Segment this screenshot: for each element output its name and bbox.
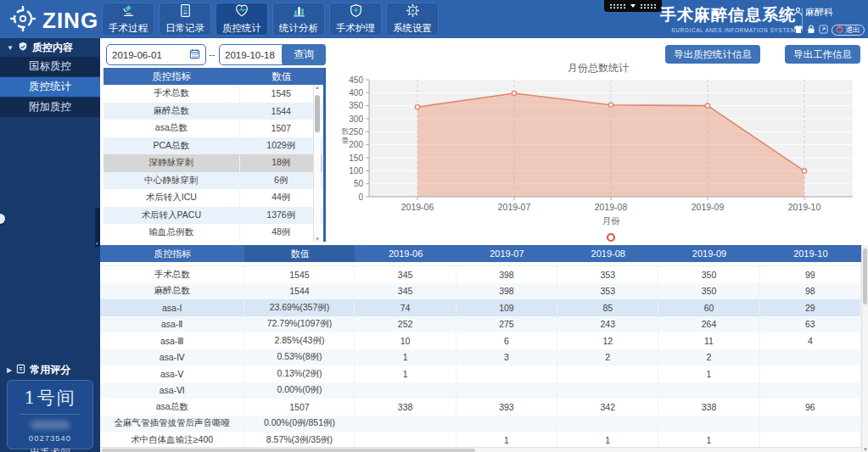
indicator-cell: 中心静脉穿刺 xyxy=(104,172,240,190)
table-row[interactable]: 手术总数154534539835335099 xyxy=(100,266,861,283)
table-row[interactable]: 输血总例数48例 xyxy=(104,224,323,242)
sidebar-section-scores[interactable]: ▶ 常用评分 xyxy=(0,360,100,379)
indicator-cell: 输血总例数 xyxy=(104,224,240,242)
scroll-down-icon[interactable]: ▼ xyxy=(315,237,320,242)
bottom-table-horizontal-scrollbar[interactable] xyxy=(100,447,861,452)
indicator-cell: 深静脉穿刺 xyxy=(104,154,240,172)
table-row[interactable]: asa-I23.69%(357例) xyxy=(104,242,323,243)
table-row[interactable]: 全麻气管插管拔管后声音嘶哑0.00%(0例/851例) xyxy=(100,416,861,432)
indicator-cell: 手术总数 xyxy=(100,266,244,283)
table-row[interactable]: asa总数150733839334233896 xyxy=(100,399,861,416)
svg-text:2019-08: 2019-08 xyxy=(595,202,628,212)
scrollbar-thumb[interactable] xyxy=(863,248,867,304)
column-header[interactable]: 2019-09 xyxy=(658,245,759,262)
column-header-indicator[interactable]: 质控指标 xyxy=(104,68,240,85)
sidebar-scrollbar[interactable]: ▾ xyxy=(95,208,100,247)
value-cell: 98 xyxy=(760,283,861,300)
scrollbar-thumb[interactable] xyxy=(315,95,320,132)
logo-text: ZING xyxy=(42,8,98,34)
scroll-down-icon[interactable]: ▼ xyxy=(863,447,868,452)
table-row[interactable]: asa-I23.69%(357例)74109856029 xyxy=(100,299,861,316)
table-row[interactable]: 麻醉总数154434539835335098 xyxy=(100,283,861,300)
column-header[interactable]: 2019-08 xyxy=(557,245,658,262)
indicator-cell: asa-Ⅵ xyxy=(100,382,244,399)
table-row[interactable]: 术中自体血输注≥4008.57%(3例/35例)111 xyxy=(100,432,861,449)
bar-chart-icon xyxy=(292,3,306,21)
dock-handle[interactable] xyxy=(604,0,662,12)
date-from-input[interactable]: 2019-06-01 xyxy=(106,44,206,65)
nav-daily-records[interactable]: 日常记录 xyxy=(159,3,211,36)
value-cell xyxy=(760,416,861,432)
value-cell: 275 xyxy=(456,316,557,333)
lock-icon[interactable] xyxy=(807,22,815,37)
sidebar-item-additional-qc[interactable]: 附加质控 xyxy=(0,98,100,117)
left-table-scrollbar[interactable]: ▲ ▼ xyxy=(313,85,321,242)
table-row[interactable]: asa总数1507 xyxy=(104,120,323,137)
shirt-icon[interactable] xyxy=(793,22,804,37)
panel-collapse-handle[interactable] xyxy=(0,214,5,224)
svg-text:数: 数 xyxy=(342,127,350,136)
table-row[interactable]: asa-Ⅳ0.53%(8例)1322 xyxy=(100,349,861,366)
table-row[interactable]: 中心静脉穿刺6例 xyxy=(104,172,323,190)
nav-qc-statistics[interactable]: 质控统计 xyxy=(216,3,268,36)
indicator-cell: asa-Ⅲ xyxy=(100,332,244,349)
logout-button[interactable]: 退出 xyxy=(832,25,865,36)
nav-statistical-analysis[interactable]: 统计分析 xyxy=(272,3,325,36)
scrollbar-thumb[interactable] xyxy=(102,449,475,452)
table-row[interactable]: 术后转入ICU44例 xyxy=(104,189,323,207)
column-header[interactable]: 2019-07 xyxy=(456,245,557,262)
date-range-separator: -- xyxy=(209,49,215,59)
value-cell: 1507 xyxy=(244,399,355,416)
value-cell: 1 xyxy=(658,432,759,449)
qc-left-table-body: 手术总数1545麻醉总数1544asa总数1507PCA总数1029例深静脉穿刺… xyxy=(104,85,323,242)
table-row[interactable]: asa-Ⅲ2.85%(43例)10612114 xyxy=(100,332,861,349)
value-cell: 74 xyxy=(355,299,456,316)
indicator-cell: 全麻气管插管拔管后声音嘶哑 xyxy=(100,416,244,432)
room-card[interactable]: 1号间 00273540 出手术间 xyxy=(7,380,93,449)
table-row[interactable]: 手术总数1545 xyxy=(104,85,323,103)
table-row[interactable]: asa-Ⅵ0.00%(0例) xyxy=(100,382,861,399)
column-header[interactable]: 2019-10 xyxy=(760,245,861,262)
table-row[interactable]: asa-Ⅴ0.13%(2例)11 xyxy=(100,366,861,382)
sidebar-item-qc-statistics[interactable]: 质控统计 xyxy=(0,77,100,97)
sidebar-item-national-qc[interactable]: 国标质控 xyxy=(0,57,100,76)
table-row[interactable]: PCA总数1029例 xyxy=(104,137,323,155)
heart-pulse-icon xyxy=(234,3,249,21)
svg-text:400: 400 xyxy=(349,88,363,98)
bottom-table-vertical-scrollbar[interactable]: ▼ xyxy=(861,245,868,452)
column-header[interactable]: 数值 xyxy=(244,245,355,262)
column-header-value[interactable]: 数值 xyxy=(240,68,323,85)
nav-label: 手术过程 xyxy=(109,22,148,35)
value-cell xyxy=(355,432,456,449)
value-cell: 345 xyxy=(355,266,456,283)
table-row[interactable]: 深静脉穿刺18例 xyxy=(104,154,323,172)
value-cell xyxy=(658,382,759,399)
fullscreen-icon[interactable] xyxy=(819,22,828,37)
column-header[interactable]: 质控指标 xyxy=(100,245,244,262)
value-cell: 1 xyxy=(658,366,759,382)
table-row[interactable]: asa-Ⅱ72.79%(1097例)25227524326463 xyxy=(100,316,861,333)
nav-system-settings[interactable]: 系统设置 xyxy=(386,3,439,36)
value-cell: 1 xyxy=(456,432,557,449)
document-icon xyxy=(178,3,193,21)
redacted-patient-name xyxy=(31,421,70,429)
query-button[interactable]: 查询 xyxy=(282,44,326,65)
monthly-totals-chart[interactable]: 0501001502002503003504004502019-062019-0… xyxy=(335,59,861,244)
scroll-up-icon[interactable]: ▲ xyxy=(315,85,320,90)
indicator-cell: PCA总数 xyxy=(104,137,240,155)
nav-surgical-nursing[interactable]: 手术护理 xyxy=(329,3,382,36)
user-name: 麻醉科 xyxy=(805,6,833,19)
table-row[interactable]: 术后转入PACU1376例 xyxy=(104,207,323,225)
nav-surgery-process[interactable]: 手术过程 xyxy=(102,3,154,36)
table-row[interactable]: 麻醉总数1544 xyxy=(104,103,323,120)
value-cell: 11 xyxy=(658,332,759,349)
column-header[interactable]: 2019-06 xyxy=(355,245,456,262)
value-cell xyxy=(760,349,861,366)
indicator-cell: asa总数 xyxy=(104,120,240,137)
value-cell: 1029例 xyxy=(240,137,323,155)
value-cell: 398 xyxy=(456,283,557,300)
indicator-cell: 术后转入PACU xyxy=(104,207,240,225)
crosshair-logo-icon xyxy=(8,4,37,36)
room-number: 1号间 xyxy=(8,386,92,410)
sidebar-section-qc[interactable]: ▼ 质控内容 xyxy=(0,38,100,57)
